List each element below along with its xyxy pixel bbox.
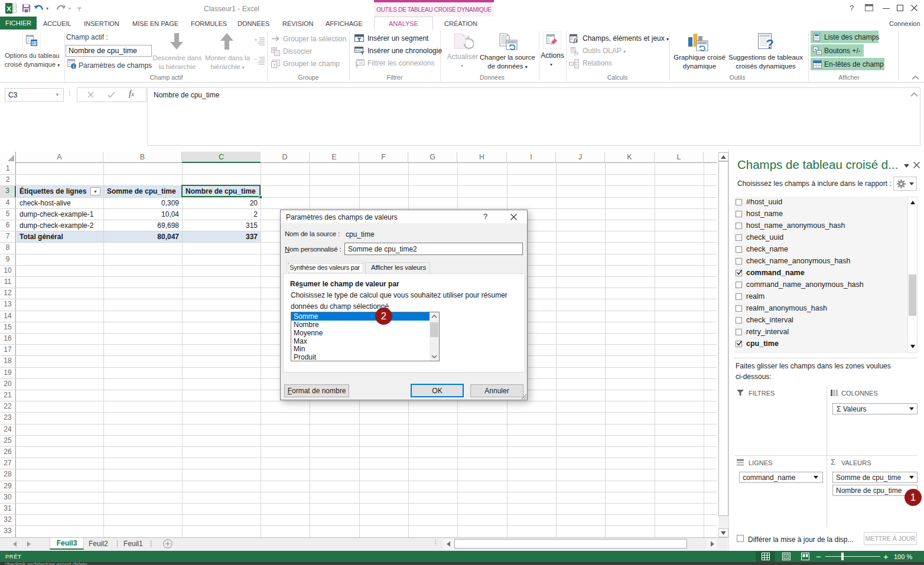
- svg-text:?: ?: [766, 37, 773, 51]
- svg-text:X: X: [6, 5, 11, 12]
- svg-text:−: −: [818, 50, 821, 55]
- svg-text:i: i: [73, 64, 74, 69]
- svg-text:7: 7: [273, 63, 276, 68]
- svg-text:+: +: [254, 37, 258, 43]
- svg-text:−: −: [254, 56, 258, 63]
- svg-text:fx: fx: [574, 50, 579, 56]
- svg-text:fx: fx: [574, 37, 578, 44]
